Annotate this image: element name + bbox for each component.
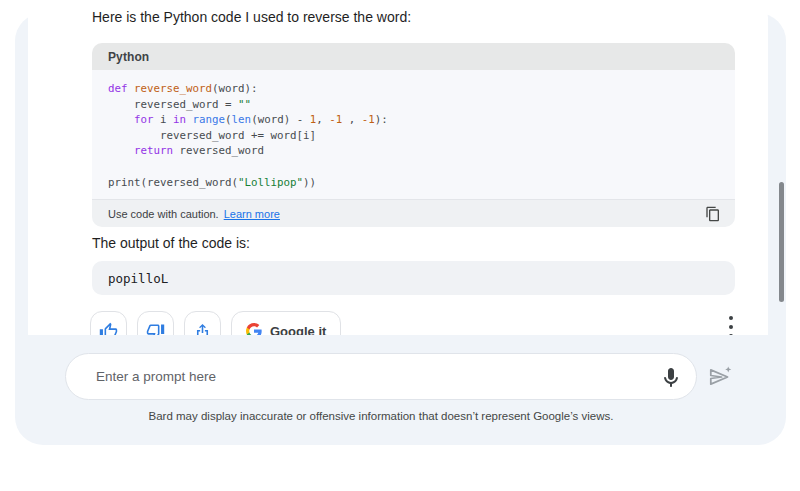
code-output-value: popilloL bbox=[108, 271, 168, 286]
more-options-button[interactable] bbox=[724, 314, 738, 335]
code-line: reversed_word += word[i] bbox=[108, 128, 719, 144]
disclaimer-text: Bard may display inaccurate or offensive… bbox=[65, 410, 697, 422]
kebab-menu-icon bbox=[729, 316, 733, 320]
prompt-input-container bbox=[65, 353, 697, 400]
send-prompt-button[interactable] bbox=[705, 363, 735, 391]
code-language-label: Python bbox=[108, 50, 149, 64]
scrollbar-thumb[interactable] bbox=[779, 182, 784, 302]
share-upload-icon bbox=[193, 322, 212, 336]
bard-page: { "conversation": { "intro_text": "Here … bbox=[0, 0, 800, 491]
code-line: return reversed_word bbox=[108, 143, 719, 159]
thumbs-up-icon bbox=[99, 322, 118, 336]
copy-icon bbox=[705, 206, 721, 222]
conversation-panel: Here is the Python code I used to revers… bbox=[28, 0, 768, 335]
google-it-button[interactable]: Google it bbox=[231, 311, 341, 335]
response-actions-row: Google it bbox=[90, 311, 341, 335]
output-intro-text: The output of the code is: bbox=[92, 235, 250, 251]
learn-more-link[interactable]: Learn more bbox=[224, 208, 280, 220]
code-line bbox=[108, 159, 719, 175]
microphone-button[interactable] bbox=[657, 364, 684, 391]
code-output-box: popilloL bbox=[92, 261, 735, 295]
thumbs-down-button[interactable] bbox=[137, 311, 174, 335]
send-icon bbox=[706, 364, 734, 390]
copy-code-button[interactable] bbox=[704, 205, 722, 223]
code-block: Python def reverse_word(word): reversed_… bbox=[92, 43, 735, 227]
code-line: def reverse_word(word): bbox=[108, 81, 719, 97]
thumbs-down-icon bbox=[146, 322, 165, 336]
mic-icon bbox=[659, 366, 683, 390]
caution-text: Use code with caution. bbox=[108, 208, 219, 220]
response-intro-text: Here is the Python code I used to revers… bbox=[92, 8, 411, 26]
thumbs-up-button[interactable] bbox=[90, 311, 127, 335]
code-line: reversed_word = "" bbox=[108, 97, 719, 113]
code-body: def reverse_word(word): reversed_word = … bbox=[92, 70, 735, 199]
code-line: for i in range(len(word) - 1, -1 , -1): bbox=[108, 112, 719, 128]
share-button[interactable] bbox=[184, 311, 221, 335]
code-caution-bar: Use code with caution. Learn more bbox=[92, 199, 735, 227]
google-it-label: Google it bbox=[270, 324, 326, 336]
google-logo-icon bbox=[246, 323, 262, 335]
code-line: print(reversed_word("Lollipop")) bbox=[108, 175, 719, 191]
prompt-input[interactable] bbox=[96, 354, 646, 399]
code-language-header: Python bbox=[92, 43, 735, 70]
